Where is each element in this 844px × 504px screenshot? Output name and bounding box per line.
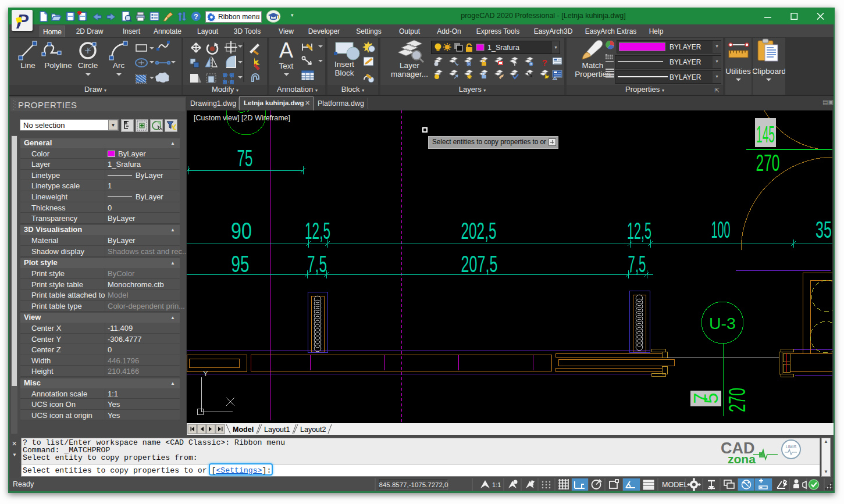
svg-text:1:1: 1:1: [492, 481, 501, 488]
svg-text:12,5: 12,5: [627, 218, 651, 244]
svg-text:A: A: [279, 38, 293, 62]
svg-text:202,5: 202,5: [461, 218, 497, 244]
svg-text:100: 100: [711, 217, 731, 242]
svg-text:Insert: Insert: [334, 60, 354, 69]
svg-text:7,5: 7,5: [307, 251, 327, 277]
svg-text:MODEL: MODEL: [662, 481, 688, 489]
svg-text:Match: Match: [582, 61, 604, 70]
svg-text:95: 95: [232, 251, 250, 277]
svg-text:270: 270: [756, 150, 780, 176]
svg-text:Clipboard: Clipboard: [753, 67, 785, 76]
svg-text:U-3: U-3: [709, 314, 736, 333]
svg-text:90: 90: [231, 218, 252, 244]
svg-text:7,5: 7,5: [628, 251, 646, 277]
svg-text:207,5: 207,5: [461, 251, 498, 277]
svg-text:845.8577,-1075.7272,0: 845.8577,-1075.7272,0: [379, 481, 448, 488]
svg-text:75: 75: [237, 145, 253, 171]
svg-text:145: 145: [756, 121, 775, 147]
svg-text:Block: Block: [334, 69, 354, 77]
svg-text:Select entities to copy proper: Select entities to copy properties to or: [432, 138, 546, 146]
svg-text:270: 270: [724, 388, 750, 412]
svg-text:Utilities: Utilities: [725, 67, 751, 76]
svg-text:Model: Model: [233, 426, 254, 434]
svg-text:Y: Y: [203, 369, 208, 378]
svg-text:Layout1: Layout1: [264, 426, 290, 434]
svg-text:Layout2: Layout2: [300, 426, 326, 434]
svg-text:zona: zona: [728, 452, 756, 465]
svg-text:Arc: Arc: [113, 61, 125, 70]
svg-text:manager...: manager...: [391, 70, 428, 78]
svg-text:12,5: 12,5: [305, 218, 330, 244]
svg-text:Polyline: Polyline: [44, 61, 72, 70]
svg-text:Line: Line: [20, 61, 35, 70]
svg-text:Circle: Circle: [78, 61, 98, 70]
svg-text:Text: Text: [279, 62, 294, 70]
svg-text:5: 5: [700, 393, 722, 404]
svg-text:?: ?: [194, 13, 198, 21]
svg-text:Layer: Layer: [400, 61, 419, 70]
svg-text:Properties: Properties: [575, 70, 611, 78]
svg-text:LIMIS: LIMIS: [786, 445, 797, 449]
svg-text:35: 35: [815, 217, 832, 242]
svg-text:?: ?: [542, 58, 547, 67]
svg-text:[Custom view] [2D Wireframe]: [Custom view] [2D Wireframe]: [194, 114, 290, 122]
